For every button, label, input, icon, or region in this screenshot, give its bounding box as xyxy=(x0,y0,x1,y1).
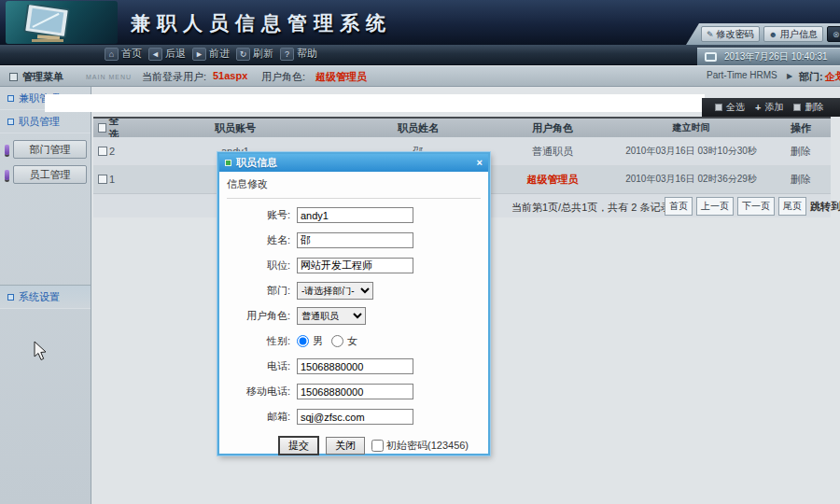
position-field[interactable] xyxy=(297,258,413,273)
nav-help[interactable]: ? 帮助 xyxy=(280,47,317,61)
sidebar: 兼职管理 职员管理 部门管理 员工管理 系统设置 xyxy=(0,87,91,504)
computer-monitor-icon xyxy=(19,5,103,42)
sidebar-item-staff-mgmt[interactable]: 职员管理 xyxy=(0,110,91,133)
email-label: 邮箱: xyxy=(227,410,297,424)
mobile-field[interactable] xyxy=(297,384,413,399)
dialog-section-title: 信息修改 xyxy=(227,177,481,199)
staff-info-dialog: 职员信息 × 信息修改 账号: 姓名: 职位: 部门: -请选择部门- xyxy=(217,152,490,455)
nav-refresh[interactable]: ↻ 刷新 xyxy=(236,47,273,61)
delete-box-icon xyxy=(793,104,801,111)
dialog-title: 职员信息 xyxy=(236,156,472,170)
last-page-button[interactable]: 尾页 xyxy=(778,197,806,216)
sidebar-item-system-settings[interactable]: 系统设置 xyxy=(0,285,91,309)
init-password-label: 初始密码(123456) xyxy=(386,439,469,453)
select-all-checkbox[interactable] xyxy=(98,123,106,133)
power-icon: ⊗ xyxy=(833,30,840,39)
dept-value: 企划部 xyxy=(825,70,840,84)
current-user-label: 当前登录用户: xyxy=(142,70,206,84)
name-field[interactable] xyxy=(297,232,413,248)
delete-link[interactable]: 删除 xyxy=(771,137,831,165)
nav-bar: ⌂ 首页 ◄ 后退 ► 前进 ↻ 刷新 ? 帮助 2013年7月26日 10:4… xyxy=(0,45,840,65)
init-password-checkbox[interactable] xyxy=(371,440,384,452)
employee-mgmt-button[interactable]: 员工管理 xyxy=(13,165,87,184)
phone-label: 电话: xyxy=(227,359,297,373)
home-icon: ⌂ xyxy=(105,48,119,61)
info-bar: 管理菜单 MAIN MENU 当前登录用户: 51aspx 用户角色: 超级管理… xyxy=(0,66,840,87)
role-select[interactable]: 普通职员 xyxy=(297,307,366,325)
back-arrow-icon: ◄ xyxy=(148,48,162,61)
role-select-label: 用户角色: xyxy=(227,309,297,323)
gender-label: 性别: xyxy=(227,334,297,348)
email-field[interactable] xyxy=(297,409,413,425)
table-header-row: 全选 职员账号 职员姓名 用户角色 建立时间 操作 xyxy=(93,117,831,137)
cell-role: 超级管理员 xyxy=(494,165,611,193)
current-user-value: 51aspx xyxy=(213,70,247,81)
pin-icon xyxy=(5,145,9,155)
gender-male-radio[interactable] xyxy=(297,335,309,347)
user-role-value: 超级管理员 xyxy=(315,70,367,84)
add-action[interactable]: + 添加 xyxy=(755,101,783,114)
row-checkbox[interactable] xyxy=(98,175,107,184)
nav-forward[interactable]: ► 前进 xyxy=(192,47,230,61)
plus-icon: + xyxy=(755,102,761,113)
cell-created: 2010年03月16日 02时36分29秒 xyxy=(611,165,771,193)
admin-menu-label: 管理菜单 xyxy=(9,70,63,84)
account-label: 账号: xyxy=(227,208,297,222)
bullet-square-icon xyxy=(7,294,14,301)
bullet-square-icon xyxy=(7,119,14,125)
dept-select[interactable]: -请选择部门- xyxy=(297,282,373,300)
select-all-action[interactable]: 全选 xyxy=(715,101,745,114)
position-label: 职位: xyxy=(227,259,297,273)
user-role-label: 用户角色: xyxy=(261,70,305,84)
table-toolbar: 全选 + 添加 删除 xyxy=(702,98,840,117)
user-icon: ☻ xyxy=(769,30,777,39)
delete-action[interactable]: 删除 xyxy=(793,101,823,114)
white-overlay-band xyxy=(45,94,705,112)
monitor-icon xyxy=(705,52,717,62)
cell-created: 2010年03月16日 03时10分30秒 xyxy=(611,137,771,165)
account-field[interactable] xyxy=(297,207,413,223)
nav-back[interactable]: ◄ 后退 xyxy=(148,47,186,61)
triangle-icon: ▶ xyxy=(787,72,792,80)
datetime-text: 2013年7月26日 10:40:31 xyxy=(724,50,828,63)
name-label: 姓名: xyxy=(227,233,297,247)
dept-mgmt-button[interactable]: 部门管理 xyxy=(13,140,87,159)
first-page-button[interactable]: 首页 xyxy=(665,197,693,216)
menu-subtitle: MAIN MENU xyxy=(86,74,132,80)
dept-select-label: 部门: xyxy=(227,284,297,298)
close-button[interactable]: 关闭 xyxy=(326,437,365,455)
dialog-title-bar[interactable]: 职员信息 × xyxy=(219,154,488,172)
logout-button[interactable]: ⊗ 退出系统 xyxy=(827,26,840,42)
col-created: 建立时间 xyxy=(611,119,771,137)
prev-page-button[interactable]: 上一页 xyxy=(696,197,734,216)
pencil-icon: ✎ xyxy=(707,30,714,39)
mobile-label: 移动电话: xyxy=(227,385,297,399)
app-logo xyxy=(6,1,118,44)
nav-home[interactable]: ⌂ 首页 xyxy=(105,47,142,61)
header: 兼职人员信息管理系统 ✎ 修改密码 ☻ 用户信息 ⊗ 退出系统 xyxy=(0,0,840,45)
close-icon[interactable]: × xyxy=(477,158,483,168)
gender-female-radio[interactable] xyxy=(331,335,343,347)
page-title: 兼职人员信息管理系统 xyxy=(131,10,392,36)
mouse-cursor xyxy=(34,341,49,361)
bullet-square-icon xyxy=(7,95,14,102)
cell-role: 普通职员 xyxy=(494,137,611,165)
refresh-icon: ↻ xyxy=(236,48,250,61)
row-checkbox[interactable] xyxy=(98,147,107,156)
delete-link[interactable]: 删除 xyxy=(771,165,831,193)
change-password-button[interactable]: ✎ 修改密码 xyxy=(701,26,760,42)
jump-label: 跳转到第 xyxy=(810,200,840,214)
submit-button[interactable]: 提交 xyxy=(278,436,319,455)
forward-arrow-icon: ► xyxy=(192,48,206,61)
menu-icon xyxy=(9,73,18,81)
col-operation: 操作 xyxy=(771,119,831,137)
next-page-button[interactable]: 下一页 xyxy=(737,197,775,216)
user-info-button[interactable]: ☻ 用户信息 xyxy=(763,26,823,42)
header-button-strip: ✎ 修改密码 ☻ 用户信息 ⊗ 退出系统 xyxy=(686,23,840,45)
dept-label: 部门: xyxy=(799,71,823,82)
pagination-summary: 当前第1页/总共1页，共有 2 条记录 xyxy=(511,201,671,215)
dialog-green-icon xyxy=(225,160,231,166)
datetime-strip: 2013年7月26日 10:40:31 xyxy=(697,48,840,65)
phone-field[interactable] xyxy=(297,358,413,374)
col-name: 职员姓名 xyxy=(343,119,494,137)
